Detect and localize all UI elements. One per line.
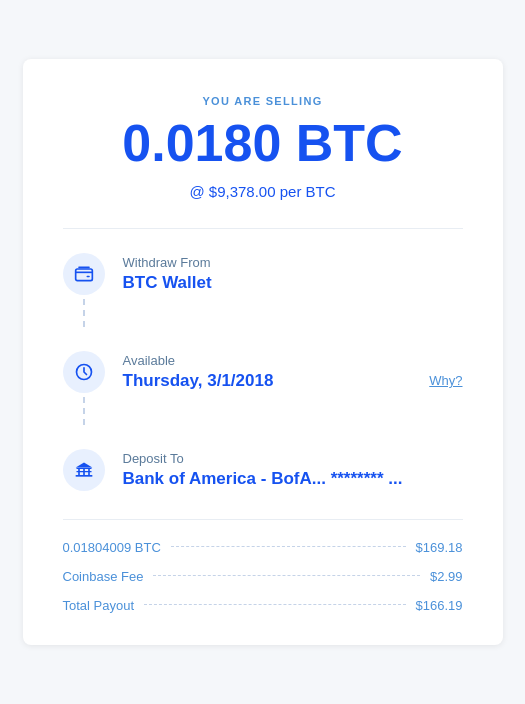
price-per: @ $9,378.00 per BTC — [63, 183, 463, 200]
summary-fee-label: Coinbase Fee — [63, 569, 144, 584]
btc-amount: 0.0180 BTC — [63, 115, 463, 172]
available-value: Thursday, 3/1/2018 — [123, 371, 274, 391]
summary-dots-3 — [144, 604, 405, 605]
wallet-icon-circle — [63, 253, 105, 295]
summary-row-total: Total Payout $166.19 — [63, 598, 463, 613]
summary-btc-value: $169.18 — [416, 540, 463, 555]
withdraw-label: Withdraw From — [123, 255, 463, 270]
selling-label: YOU ARE SELLING — [63, 95, 463, 107]
clock-icon-circle — [63, 351, 105, 393]
header-divider — [63, 228, 463, 229]
deposit-info: Deposit To Bank of America - BofA... ***… — [123, 449, 463, 489]
summary-total-value: $166.19 — [416, 598, 463, 613]
svg-rect-4 — [88, 468, 90, 475]
clock-icon — [74, 362, 94, 382]
available-info: Available Thursday, 3/1/2018 Why? — [123, 351, 463, 391]
sell-card: YOU ARE SELLING 0.0180 BTC @ $9,378.00 p… — [23, 59, 503, 644]
withdraw-value: BTC Wallet — [123, 273, 463, 293]
available-row: Available Thursday, 3/1/2018 Why? — [63, 351, 463, 449]
withdraw-info: Withdraw From BTC Wallet — [123, 253, 463, 293]
bank-icon — [74, 460, 94, 480]
bank-icon-circle — [63, 449, 105, 491]
wallet-icon — [74, 264, 94, 284]
summary-row-fee: Coinbase Fee $2.99 — [63, 569, 463, 584]
deposit-row: Deposit To Bank of America - BofA... ***… — [63, 449, 463, 519]
summary-btc-label: 0.01804009 BTC — [63, 540, 161, 555]
summary-section: 0.01804009 BTC $169.18 Coinbase Fee $2.9… — [63, 519, 463, 613]
svg-rect-3 — [83, 468, 85, 475]
summary-dots-1 — [171, 546, 406, 547]
withdraw-row: Withdraw From BTC Wallet — [63, 253, 463, 351]
dotted-line-2 — [83, 397, 85, 425]
svg-rect-2 — [78, 468, 80, 475]
deposit-label: Deposit To — [123, 451, 463, 466]
svg-rect-0 — [75, 269, 92, 281]
summary-total-label: Total Payout — [63, 598, 135, 613]
dotted-line-1 — [83, 299, 85, 327]
summary-fee-value: $2.99 — [430, 569, 463, 584]
available-label: Available — [123, 353, 463, 368]
deposit-value: Bank of America - BofA... ******** ... — [123, 469, 463, 489]
summary-row-btc: 0.01804009 BTC $169.18 — [63, 540, 463, 555]
summary-dots-2 — [153, 575, 420, 576]
why-link[interactable]: Why? — [429, 373, 462, 388]
transaction-rows: Withdraw From BTC Wallet Available Thurs… — [63, 253, 463, 519]
